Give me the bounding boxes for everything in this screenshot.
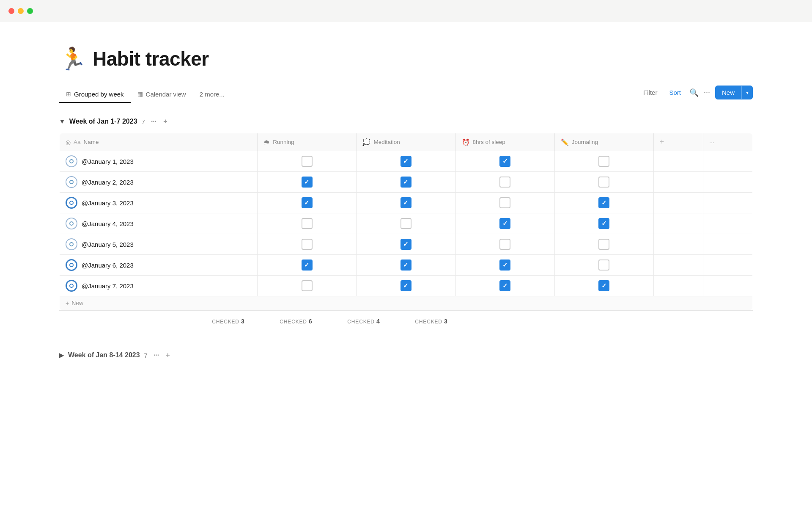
search-icon[interactable]: 🔍 [689, 88, 699, 97]
checkbox-checked-icon[interactable] [401, 239, 411, 250]
sort-button[interactable]: Sort [666, 87, 684, 98]
checkbox-checked-icon[interactable] [401, 260, 411, 271]
week2-more-icon[interactable]: ··· [152, 351, 161, 360]
checkbox-unchecked-icon[interactable] [302, 280, 313, 291]
entry-name[interactable]: @January 5, 2023 [82, 241, 134, 248]
checkbox-checked-icon[interactable] [598, 280, 609, 291]
entry-name[interactable]: @January 1, 2023 [82, 158, 134, 165]
checkbox-meditation[interactable] [357, 276, 455, 296]
new-button[interactable]: New ▾ [715, 86, 753, 99]
checkbox-unchecked-icon[interactable] [302, 156, 313, 167]
filter-button[interactable]: Filter [640, 87, 661, 98]
row-actions-cell [653, 234, 703, 255]
checkbox-checked-icon[interactable] [401, 197, 411, 208]
col-header-more[interactable]: ··· [703, 133, 752, 151]
week1-more-icon[interactable]: ··· [149, 117, 158, 126]
checkbox-meditation[interactable] [357, 172, 455, 193]
checkbox-running[interactable] [258, 151, 357, 172]
checkbox-checked-icon[interactable] [401, 177, 411, 188]
tab-grouped-by-week[interactable]: ⊞ Grouped by week [59, 86, 131, 103]
checkbox-sleep[interactable] [455, 213, 554, 234]
page-header: 🏃 Habit tracker [59, 47, 753, 70]
week1-add-icon[interactable]: + [162, 117, 169, 126]
week2-actions: ··· + [152, 351, 172, 360]
checkbox-unchecked-icon[interactable] [499, 239, 510, 250]
checkbox-meditation[interactable] [357, 255, 455, 276]
checkbox-running[interactable] [258, 255, 357, 276]
checkbox-checked-icon[interactable] [499, 280, 510, 291]
checkbox-checked-icon[interactable] [302, 197, 313, 208]
checkbox-sleep[interactable] [455, 255, 554, 276]
row-actions-cell [653, 151, 703, 172]
table-footer-add-row[interactable]: + New [60, 296, 753, 310]
checkbox-checked-icon[interactable] [302, 260, 313, 271]
row-actions-cell [653, 276, 703, 296]
checkbox-journaling[interactable] [554, 255, 653, 276]
more-options-icon[interactable]: ··· [704, 88, 710, 97]
checkbox-unchecked-icon[interactable] [302, 218, 313, 229]
checkbox-running[interactable] [258, 276, 357, 296]
checkbox-running[interactable] [258, 172, 357, 193]
checkbox-checked-icon[interactable] [499, 156, 510, 167]
entry-name[interactable]: @January 2, 2023 [82, 179, 134, 186]
checkbox-unchecked-icon[interactable] [598, 260, 609, 271]
entry-name[interactable]: @January 7, 2023 [82, 282, 134, 290]
checkbox-journaling[interactable] [554, 151, 653, 172]
checkbox-unchecked-icon[interactable] [598, 239, 609, 250]
checkbox-meditation[interactable] [357, 213, 455, 234]
new-button-chevron-icon[interactable]: ▾ [741, 86, 753, 99]
checkbox-unchecked-icon[interactable] [499, 197, 510, 208]
checkbox-journaling[interactable] [554, 276, 653, 296]
checkbox-meditation[interactable] [357, 151, 455, 172]
add-new-entry[interactable]: + New [66, 300, 746, 306]
week2-add-icon[interactable]: + [164, 351, 171, 360]
checkbox-journaling[interactable] [554, 213, 653, 234]
checkbox-sleep[interactable] [455, 172, 554, 193]
page-emoji: 🏃 [59, 48, 87, 70]
checkbox-sleep[interactable] [455, 151, 554, 172]
row-more-cell [703, 172, 752, 193]
checkbox-unchecked-icon[interactable] [598, 156, 609, 167]
entry-name[interactable]: @January 3, 2023 [82, 199, 134, 207]
entry-name[interactable]: @January 4, 2023 [82, 220, 134, 227]
entry-name[interactable]: @January 6, 2023 [82, 262, 134, 269]
week2-header[interactable]: ▶ Week of Jan 8-14 2023 7 ··· + [59, 349, 753, 362]
checkbox-journaling[interactable] [554, 172, 653, 193]
checkbox-running[interactable] [258, 193, 357, 213]
tab-more[interactable]: 2 more... [193, 86, 231, 103]
week1-actions: ··· + [149, 117, 169, 126]
minimize-button[interactable] [18, 8, 24, 14]
tab-calendar-view[interactable]: ▦ Calendar view [131, 86, 193, 103]
checkbox-unchecked-icon[interactable] [598, 177, 609, 188]
checkbox-journaling[interactable] [554, 193, 653, 213]
checkbox-unchecked-icon[interactable] [302, 239, 313, 250]
row-progress-icon [66, 238, 77, 250]
checkbox-checked-icon[interactable] [499, 260, 510, 271]
checkbox-unchecked-icon[interactable] [401, 218, 411, 229]
week1-title: Week of Jan 1-7 2023 [69, 118, 137, 125]
checkbox-meditation[interactable] [357, 234, 455, 255]
row-actions-cell [653, 213, 703, 234]
journaling-icon: ✏️ [561, 138, 569, 146]
checkbox-sleep[interactable] [455, 234, 554, 255]
col-header-add[interactable]: + [653, 133, 703, 151]
checkbox-sleep[interactable] [455, 276, 554, 296]
checkbox-running[interactable] [258, 213, 357, 234]
summary-text: CHECKED 3 [212, 319, 244, 325]
col-header-icon: ◎ Aa Name [60, 133, 258, 151]
close-button[interactable] [8, 8, 14, 14]
checkbox-sleep[interactable] [455, 193, 554, 213]
checkbox-checked-icon[interactable] [598, 218, 609, 229]
checkbox-unchecked-icon[interactable] [499, 177, 510, 188]
checkbox-running[interactable] [258, 234, 357, 255]
row-more-cell [703, 255, 752, 276]
checkbox-journaling[interactable] [554, 234, 653, 255]
checkbox-checked-icon[interactable] [401, 156, 411, 167]
checkbox-checked-icon[interactable] [598, 197, 609, 208]
checkbox-checked-icon[interactable] [302, 177, 313, 188]
checkbox-checked-icon[interactable] [499, 218, 510, 229]
week1-header[interactable]: ▼ Week of Jan 1-7 2023 7 ··· + [59, 115, 753, 128]
checkbox-checked-icon[interactable] [401, 280, 411, 291]
checkbox-meditation[interactable] [357, 193, 455, 213]
maximize-button[interactable] [27, 8, 33, 14]
